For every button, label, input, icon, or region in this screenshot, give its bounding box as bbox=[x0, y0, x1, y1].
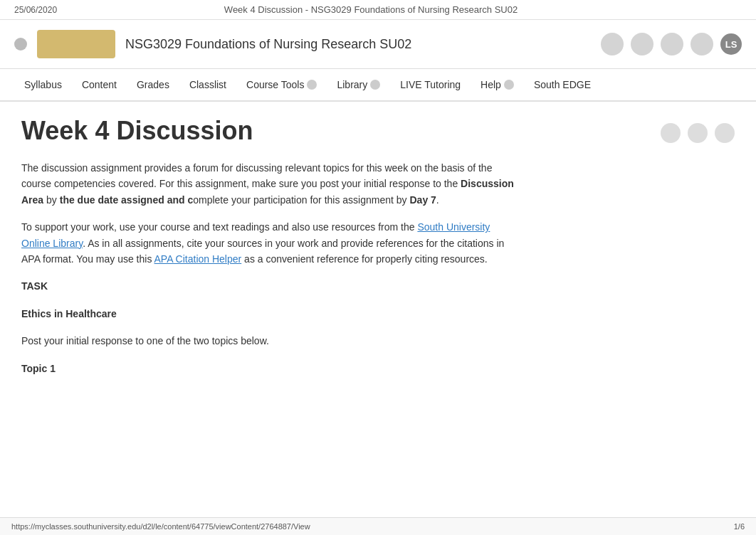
topic1-heading: Topic 1 bbox=[21, 361, 520, 376]
site-header: NSG3029 Foundations of Nursing Research … bbox=[0, 20, 756, 69]
course-tools-dropdown-icon bbox=[307, 80, 317, 90]
course-title: NSG3029 Foundations of Nursing Research … bbox=[125, 37, 411, 52]
top-bar: 25/06/2020 Week 4 Discussion - NSG3029 F… bbox=[0, 0, 756, 20]
task-heading: TASK bbox=[21, 278, 520, 294]
nav-item-library[interactable]: Library bbox=[327, 69, 390, 100]
nav-item-help[interactable]: Help bbox=[471, 69, 524, 100]
page-header-icons bbox=[661, 123, 735, 143]
date-display: 25/06/2020 bbox=[14, 5, 57, 15]
nav-item-content[interactable]: Content bbox=[72, 69, 127, 100]
nav-item-syllabus[interactable]: Syllabus bbox=[14, 69, 72, 100]
ethics-heading: Ethics in Healthcare bbox=[21, 306, 520, 322]
help-icon[interactable] bbox=[691, 33, 713, 55]
message-icon[interactable] bbox=[631, 33, 653, 55]
nav-item-classlist[interactable]: Classlist bbox=[179, 69, 236, 100]
page-header: Week 4 Discussion bbox=[0, 102, 756, 153]
notification-icon[interactable] bbox=[601, 33, 624, 55]
bold-day7: Day 7 bbox=[409, 194, 436, 206]
help-dropdown-icon bbox=[504, 80, 514, 90]
bold-due-date: the due date assigned and c bbox=[60, 194, 194, 206]
bookmark-icon[interactable] bbox=[661, 123, 681, 143]
settings-icon[interactable] bbox=[661, 33, 683, 55]
post-instruction: Post your initial response to one of the… bbox=[21, 333, 520, 349]
resources-paragraph: To support your work, use your course an… bbox=[21, 219, 520, 267]
page-browser-title: Week 4 Discussion - NSG3029 Foundations … bbox=[57, 4, 685, 15]
print-icon[interactable] bbox=[715, 123, 735, 143]
logo-icon bbox=[14, 38, 27, 51]
nav-item-south-edge[interactable]: South EDGE bbox=[524, 69, 601, 100]
main-nav: Syllabus Content Grades Classlist Course… bbox=[0, 69, 756, 102]
page-content: The discussion assignment provides a for… bbox=[0, 153, 541, 416]
library-dropdown-icon bbox=[370, 80, 380, 90]
intro-paragraph: The discussion assignment provides a for… bbox=[21, 160, 520, 208]
page-title: Week 4 Discussion bbox=[21, 116, 253, 146]
university-logo[interactable] bbox=[37, 30, 115, 58]
south-library-link[interactable]: South University Online Library bbox=[21, 221, 490, 248]
share-icon[interactable] bbox=[688, 123, 708, 143]
user-avatar[interactable]: LS bbox=[720, 33, 742, 55]
nav-item-live-tutoring[interactable]: LIVE Tutoring bbox=[390, 69, 471, 100]
header-right: LS bbox=[601, 33, 742, 55]
apa-citation-link[interactable]: APA Citation Helper bbox=[154, 253, 242, 265]
nav-item-course-tools[interactable]: Course Tools bbox=[236, 69, 327, 100]
header-left: NSG3029 Foundations of Nursing Research … bbox=[14, 30, 411, 58]
nav-item-grades[interactable]: Grades bbox=[127, 69, 179, 100]
